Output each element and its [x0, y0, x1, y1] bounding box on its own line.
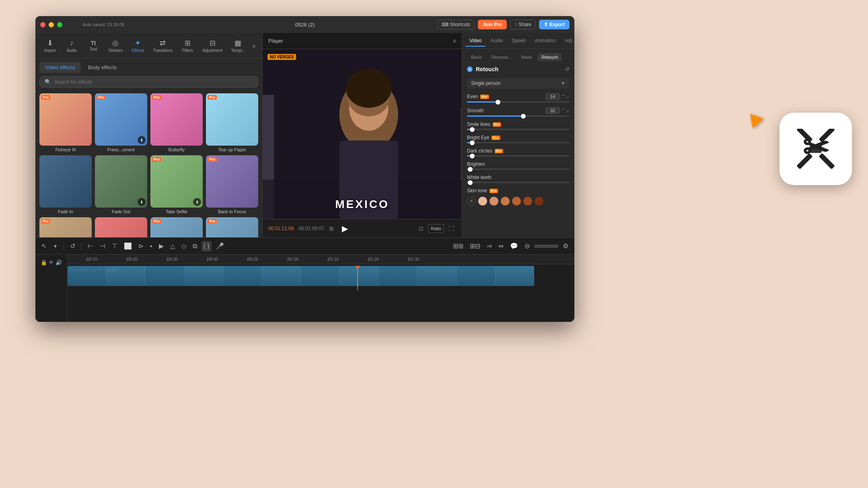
slider-track-smile-lines[interactable]: [467, 129, 570, 130]
subtab-basic[interactable]: Basic: [467, 53, 486, 61]
effect-fisheye[interactable]: Pro Fisheye III: [39, 93, 92, 152]
track-eye-icon[interactable]: 👁: [49, 259, 54, 266]
tl-filter-tool[interactable]: ⊞⊟: [468, 241, 482, 251]
tl-settings-tool[interactable]: ⚙: [561, 241, 570, 251]
slider-thumb-bright-eye[interactable]: [470, 140, 475, 145]
split-tool[interactable]: ⊢: [86, 241, 95, 251]
export-button[interactable]: ⬆ Export: [539, 20, 570, 29]
slider-track-even[interactable]: [467, 101, 570, 103]
tab-speed[interactable]: Speed: [508, 35, 530, 47]
play-tool[interactable]: ▶: [157, 241, 166, 251]
slider-track-white-teeth[interactable]: [467, 182, 570, 183]
toolbar-item-import[interactable]: ⬇ Import: [39, 36, 60, 55]
undo-tool[interactable]: ↺: [68, 241, 77, 251]
subtab-retouch[interactable]: Retouch: [537, 53, 562, 61]
effect-tornframes2[interactable]: Pro Torn Frames: [206, 217, 258, 237]
slider-stepper-even[interactable]: ⌃⌄: [562, 94, 570, 99]
slider-stepper-smooth[interactable]: ⌃⌄: [562, 108, 570, 113]
transform-tool[interactable]: ⧉: [191, 241, 199, 251]
toolbar-item-stickers[interactable]: ◎ Stickers: [105, 36, 127, 55]
tl-link-tool[interactable]: ⊞⊞: [451, 241, 465, 251]
select-tool-menu[interactable]: ▼: [51, 242, 60, 250]
effect-fadein[interactable]: Fade In: [39, 155, 92, 214]
tab-body-effects[interactable]: Body effects: [82, 62, 122, 73]
slider-track-brighten[interactable]: [467, 169, 570, 170]
toolbar-item-audio[interactable]: ♪ Audio: [61, 37, 82, 55]
toolbar-item-adjustment[interactable]: ⊟ Adjustment: [199, 36, 226, 55]
code-tool[interactable]: { }: [202, 241, 212, 251]
effect-backtofocus[interactable]: Pro Back to Focus: [206, 155, 258, 214]
slider-track-dark-circles[interactable]: [467, 155, 570, 156]
fullscreen-icon[interactable]: ⊡: [417, 224, 426, 233]
slider-thumb-brighten[interactable]: [468, 167, 473, 172]
ratio-button[interactable]: Ratio: [428, 224, 444, 233]
tab-audio[interactable]: Audio: [486, 35, 507, 47]
player-menu-icon[interactable]: ≡: [453, 38, 456, 44]
tab-adj[interactable]: Adj...: [561, 35, 574, 47]
tl-zoom-track[interactable]: [534, 245, 558, 248]
tl-split-v-tool[interactable]: ⇔: [496, 241, 506, 251]
effect-freeze[interactable]: Pro ⬇ Freez...oment: [95, 93, 147, 152]
edit-tool[interactable]: △: [168, 241, 177, 251]
slider-track-bright-eye[interactable]: [467, 142, 570, 143]
close-button[interactable]: [40, 22, 45, 27]
effect-takeselfie[interactable]: Pro ⬇ Take Selfie: [150, 155, 203, 214]
playhead[interactable]: [357, 266, 358, 290]
slider-thumb-white-teeth[interactable]: [468, 180, 473, 185]
skin-tone-swatch-5[interactable]: [523, 197, 532, 206]
track-lock-icon[interactable]: 🔒: [41, 259, 47, 266]
search-input[interactable]: [54, 79, 253, 85]
subtab-mask[interactable]: Mask: [517, 53, 536, 61]
subtab-remove[interactable]: Remove...: [487, 53, 516, 61]
tl-merge-tool[interactable]: ⇒: [485, 241, 494, 251]
slider-thumb-smooth[interactable]: [521, 114, 526, 119]
marker-tool[interactable]: ⊳: [136, 241, 146, 251]
video-track[interactable]: Countries.mp4 00:01:58:07: [68, 266, 534, 286]
skin-tone-swatch-1[interactable]: [478, 197, 487, 206]
skin-tone-swatch-4[interactable]: [512, 197, 521, 206]
effect-fadeout[interactable]: ⬇ Fade Out: [95, 155, 147, 214]
slider-track-smooth[interactable]: [467, 115, 570, 117]
crop-tool[interactable]: ▪: [148, 241, 154, 251]
toolbar-item-templates[interactable]: ▦ Templ...: [227, 36, 249, 55]
skin-tone-swatch-6[interactable]: [535, 197, 543, 206]
effect-gmovement[interactable]: Pro ⬇ S-movement: [39, 217, 92, 237]
effect-tearup[interactable]: Pro Tear up Paper: [206, 93, 258, 152]
toolbar-more-button[interactable]: »: [250, 41, 258, 51]
person-select-dropdown[interactable]: Single person ▼: [467, 78, 570, 89]
toolbar-item-filters[interactable]: ⊞ Filters: [177, 36, 198, 55]
effect-tornframes1[interactable]: Pro Torn Frames: [150, 217, 203, 237]
skin-tone-swatch-2[interactable]: [490, 197, 498, 206]
share-button[interactable]: ↑ Share: [510, 20, 536, 29]
slider-thumb-dark-circles[interactable]: [470, 154, 475, 159]
skin-tone-erase-button[interactable]: ✕: [467, 197, 476, 206]
timeline-icon[interactable]: ⊞: [329, 225, 334, 232]
toolbar-item-transitions[interactable]: ⇄ Transitions: [149, 36, 176, 55]
retouch-checkbox[interactable]: [467, 66, 473, 72]
shortcuts-button[interactable]: ⌨ Shortcuts: [437, 20, 475, 29]
maximize-button[interactable]: [57, 22, 62, 27]
tab-animation[interactable]: Animation: [531, 35, 560, 47]
slider-thumb-even[interactable]: [496, 100, 500, 105]
skin-tone-swatch-3[interactable]: [501, 197, 510, 206]
effect-butterfly[interactable]: Pro Butterfly: [150, 93, 203, 152]
minimize-button[interactable]: [49, 22, 54, 27]
tl-speech-tool[interactable]: 💬: [508, 241, 520, 251]
split-tool3[interactable]: ⊤: [110, 241, 119, 251]
toolbar-item-text[interactable]: TI Text: [83, 37, 104, 54]
expand-icon[interactable]: ⛶: [446, 224, 456, 233]
play-button[interactable]: ▶: [339, 222, 352, 235]
slider-thumb-smile-lines[interactable]: [470, 127, 475, 132]
select-tool[interactable]: ↖: [39, 241, 49, 251]
split-tool2[interactable]: ⊣: [98, 241, 107, 251]
mic-tool[interactable]: 🎤: [214, 241, 226, 251]
tab-video[interactable]: Video: [465, 35, 485, 47]
toolbar-item-effects[interactable]: ✦ Effects: [128, 36, 148, 55]
join-pro-button[interactable]: Join Pro: [478, 20, 507, 29]
effect-blur[interactable]: Blur: [95, 217, 147, 237]
keyframe-tool[interactable]: ◇: [179, 241, 188, 251]
track-audio-icon[interactable]: 🔊: [56, 259, 62, 266]
reset-icon[interactable]: ↺: [565, 66, 570, 72]
tab-video-effects[interactable]: Video effects: [39, 62, 81, 73]
delete-tool[interactable]: ⬜: [122, 241, 134, 251]
